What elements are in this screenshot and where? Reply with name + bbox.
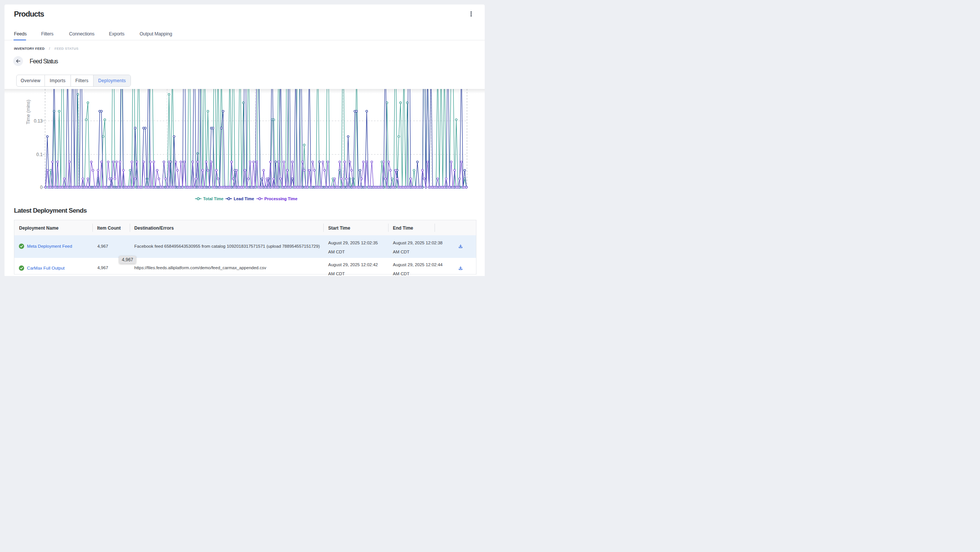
svg-text:Time (mins): Time (mins)	[25, 100, 31, 124]
svg-text:0: 0	[40, 184, 43, 190]
svg-text:0.1: 0.1	[36, 152, 43, 157]
svg-text:0.13: 0.13	[34, 118, 43, 123]
